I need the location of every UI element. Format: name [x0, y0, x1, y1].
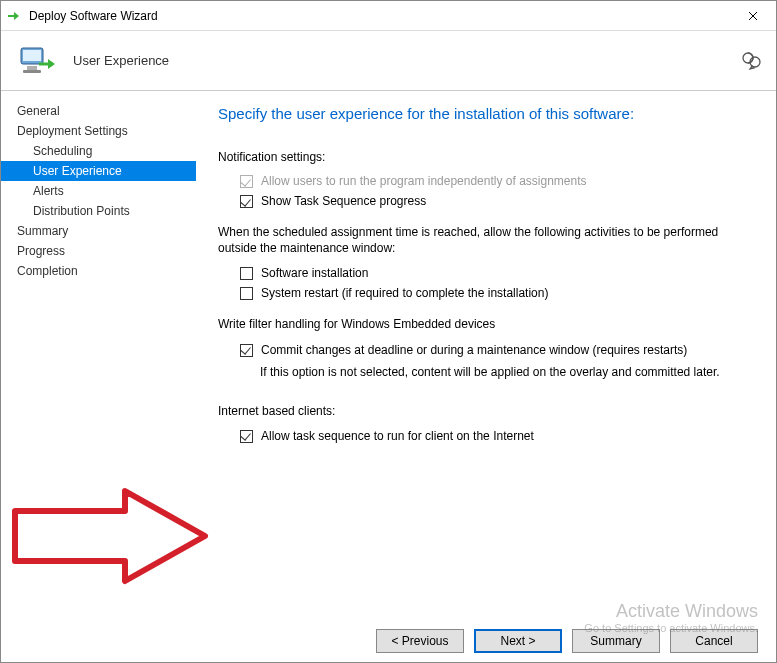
checkbox-system-restart[interactable]: [240, 287, 253, 300]
sidebar-item-summary[interactable]: Summary: [1, 221, 196, 241]
notification-label: Notification settings:: [218, 150, 754, 164]
checkbox-allow-users-label: Allow users to run the program independe…: [261, 174, 587, 188]
sidebar: General Deployment Settings Scheduling U…: [1, 91, 196, 620]
write-filter-label: Write filter handling for Windows Embedd…: [218, 316, 754, 332]
app-icon: [7, 8, 23, 24]
content-heading: Specify the user experience for the inst…: [218, 105, 754, 122]
body: General Deployment Settings Scheduling U…: [1, 91, 776, 620]
sidebar-item-deployment-settings[interactable]: Deployment Settings: [1, 121, 196, 141]
svg-rect-2: [27, 66, 37, 70]
sidebar-item-user-experience[interactable]: User Experience: [1, 161, 196, 181]
wizard-window: Deploy Software Wizard User Experience: [0, 0, 777, 663]
checkbox-row-software-install[interactable]: Software installation: [240, 266, 754, 280]
wizard-icon: [15, 40, 57, 82]
checkbox-software-install[interactable]: [240, 267, 253, 280]
content: Specify the user experience for the inst…: [196, 91, 776, 620]
maintenance-paragraph: When the scheduled assignment time is re…: [218, 224, 754, 256]
next-button[interactable]: Next >: [474, 629, 562, 653]
checkbox-row-show-progress[interactable]: Show Task Sequence progress: [240, 194, 754, 208]
close-icon: [748, 11, 758, 21]
checkbox-show-progress[interactable]: [240, 195, 253, 208]
checkbox-software-install-label: Software installation: [261, 266, 368, 280]
titlebar: Deploy Software Wizard: [1, 1, 776, 31]
sidebar-item-progress[interactable]: Progress: [1, 241, 196, 261]
checkbox-row-allow-users: Allow users to run the program independe…: [240, 174, 754, 188]
summary-button[interactable]: Summary: [572, 629, 660, 653]
page-title: User Experience: [73, 53, 169, 68]
internet-label: Internet based clients:: [218, 403, 754, 419]
help-icon[interactable]: [740, 49, 762, 74]
sidebar-item-distribution-points[interactable]: Distribution Points: [1, 201, 196, 221]
checkbox-internet[interactable]: [240, 430, 253, 443]
checkbox-system-restart-label: System restart (if required to complete …: [261, 286, 548, 300]
svg-rect-3: [23, 70, 41, 73]
checkbox-row-commit[interactable]: Commit changes at deadline or during a m…: [240, 343, 754, 357]
header: User Experience: [1, 31, 776, 91]
footer: < Previous Next > Summary Cancel: [1, 620, 776, 662]
close-button[interactable]: [730, 1, 776, 31]
cancel-button[interactable]: Cancel: [670, 629, 758, 653]
checkbox-row-system-restart[interactable]: System restart (if required to complete …: [240, 286, 754, 300]
checkbox-internet-label: Allow task sequence to run for client on…: [261, 429, 534, 443]
previous-button[interactable]: < Previous: [376, 629, 464, 653]
sidebar-item-alerts[interactable]: Alerts: [1, 181, 196, 201]
checkbox-commit[interactable]: [240, 344, 253, 357]
commit-note: If this option is not selected, content …: [260, 365, 740, 379]
sidebar-item-general[interactable]: General: [1, 101, 196, 121]
checkbox-commit-label: Commit changes at deadline or during a m…: [261, 343, 687, 357]
window-title: Deploy Software Wizard: [29, 9, 730, 23]
sidebar-item-scheduling[interactable]: Scheduling: [1, 141, 196, 161]
sidebar-item-completion[interactable]: Completion: [1, 261, 196, 281]
checkbox-show-progress-label: Show Task Sequence progress: [261, 194, 426, 208]
svg-rect-1: [23, 50, 41, 61]
checkbox-row-internet[interactable]: Allow task sequence to run for client on…: [240, 429, 754, 443]
checkbox-allow-users: [240, 175, 253, 188]
